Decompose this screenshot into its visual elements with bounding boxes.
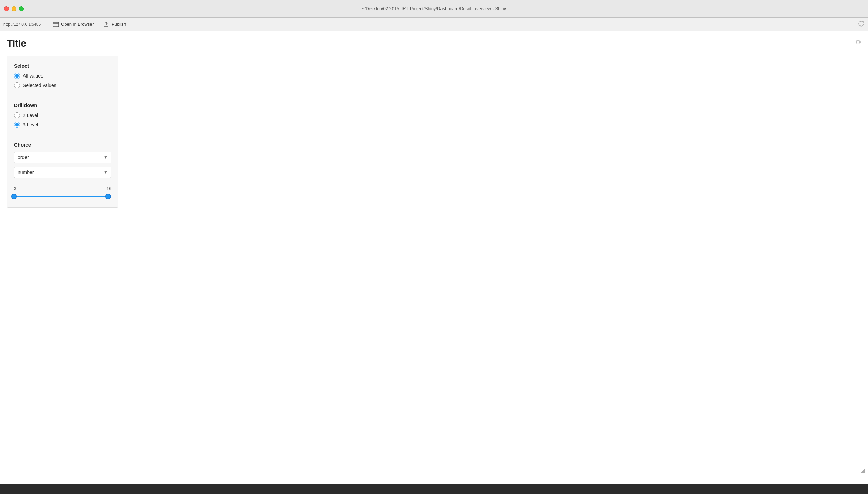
2-level-radio[interactable] (14, 112, 20, 118)
drilldown-radio-group: 2 Level 3 Level (14, 112, 111, 128)
toolbar-right (858, 20, 865, 28)
bottom-bar (0, 484, 868, 494)
sidebar-panel: Select All values Selected values Drilld… (7, 56, 118, 208)
slider-max-label: 16 (107, 186, 111, 191)
selected-values-radio[interactable] (14, 82, 20, 88)
choice-dropdown-2[interactable]: number percent raw (14, 167, 111, 178)
choice-section: Choice order name value ▼ number percent… (14, 142, 111, 178)
2-level-option[interactable]: 2 Level (14, 112, 111, 118)
open-in-browser-button[interactable]: Open in Browser (51, 20, 96, 29)
selected-values-label: Selected values (23, 83, 56, 88)
3-level-radio[interactable] (14, 122, 20, 128)
choice-dropdown-2-wrapper: number percent raw ▼ (14, 167, 111, 178)
divider-2 (14, 136, 111, 136)
titlebar: ~/Desktop/02.2015_IRT Project/Shiny/Dash… (0, 0, 868, 18)
publish-button[interactable]: Publish (101, 20, 128, 29)
slider-min-label: 3 (14, 186, 16, 191)
refresh-icon[interactable] (858, 20, 865, 27)
svg-rect-0 (53, 22, 59, 27)
drilldown-label: Drilldown (14, 102, 111, 108)
publish-icon (103, 21, 110, 28)
main-content: Title ⚙ Select All values Selected value… (0, 31, 868, 484)
page-title: Title (7, 38, 861, 49)
all-values-radio[interactable] (14, 73, 20, 79)
traffic-lights (4, 6, 24, 11)
close-button[interactable] (4, 6, 9, 11)
publish-label: Publish (112, 22, 126, 27)
gear-icon[interactable]: ⚙ (855, 38, 861, 46)
slider-thumb-right[interactable] (105, 194, 111, 199)
3-level-label: 3 Level (23, 122, 38, 127)
resize-handle-icon[interactable]: ◢ (861, 467, 865, 474)
select-label: Select (14, 63, 111, 69)
choice-dropdown-1-wrapper: order name value ▼ (14, 152, 111, 163)
drilldown-section: Drilldown 2 Level 3 Level (14, 102, 111, 128)
select-section: Select All values Selected values (14, 63, 111, 88)
select-radio-group: All values Selected values (14, 73, 111, 88)
toolbar: http://127.0.0.1:5485 Open in Browser Pu… (0, 18, 868, 31)
3-level-option[interactable]: 3 Level (14, 122, 111, 128)
all-values-label: All values (23, 73, 43, 79)
open-in-browser-label: Open in Browser (61, 22, 94, 27)
slider-thumb-left[interactable] (11, 194, 17, 199)
choice-dropdown-1[interactable]: order name value (14, 152, 111, 163)
choice-label: Choice (14, 142, 111, 148)
2-level-label: 2 Level (23, 113, 38, 118)
range-slider[interactable] (14, 192, 111, 201)
minimize-button[interactable] (12, 6, 16, 11)
all-values-option[interactable]: All values (14, 73, 111, 79)
window-title: ~/Desktop/02.2015_IRT Project/Shiny/Dash… (362, 6, 506, 11)
divider-1 (14, 97, 111, 97)
slider-fill (14, 196, 108, 197)
server-url: http://127.0.0.1:5485 (3, 22, 45, 27)
slider-labels: 3 16 (14, 186, 111, 191)
browser-icon (53, 21, 59, 28)
maximize-button[interactable] (19, 6, 24, 11)
slider-section: 3 16 (14, 186, 111, 201)
selected-values-option[interactable]: Selected values (14, 82, 111, 88)
